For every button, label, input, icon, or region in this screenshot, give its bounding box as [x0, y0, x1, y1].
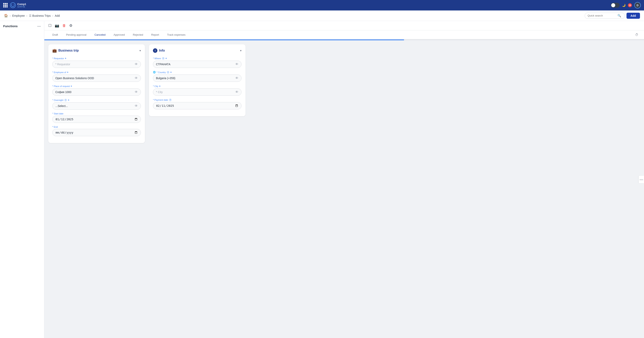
- business-trip-card: 💼 Business trip ▾ * Requestor +: [48, 44, 145, 143]
- breadcrumb-add: Add: [55, 14, 60, 17]
- where-add-button[interactable]: +: [166, 57, 167, 60]
- overnight-input[interactable]: [55, 104, 135, 108]
- city-field: * City + 👁: [153, 85, 242, 96]
- forms-area: 💼 Business trip ▾ * Requestor +: [44, 40, 644, 147]
- home-link[interactable]: 🏠: [4, 14, 8, 18]
- tab-track-expenses[interactable]: Track expenses: [163, 31, 190, 40]
- employee-of-add-button[interactable]: +: [67, 71, 68, 74]
- payment-date-label: * Payment date ?: [153, 99, 242, 101]
- navbar-left: Comp1 13:47:01: [3, 3, 26, 8]
- tab-canceled[interactable]: Canceled: [90, 31, 110, 40]
- end-date-input-wrap[interactable]: [52, 129, 141, 136]
- breadcrumb-business-trips[interactable]: Business Trips: [32, 14, 51, 17]
- content-wrapper: ☐ 📷 🗑 ⚙ Draft Pending approval Canceled …: [44, 21, 644, 338]
- grid-menu-icon[interactable]: [3, 3, 8, 8]
- info-card: i Info ▾ * Where ? +: [149, 44, 246, 116]
- payment-date-help-icon[interactable]: ?: [169, 99, 172, 101]
- sidebar: Functions —: [0, 21, 44, 338]
- business-trip-title: 💼 Business trip: [52, 48, 79, 53]
- navbar: Comp1 13:47:01 🌙 19 D: [0, 0, 644, 11]
- user-avatar[interactable]: D: [634, 2, 641, 9]
- end-date-label: * End: [52, 126, 141, 128]
- briefcase-icon: 💼: [52, 48, 57, 53]
- city-input[interactable]: [156, 91, 235, 94]
- where-input-wrap[interactable]: 👁: [153, 61, 242, 68]
- search-bar: 🔍 Add: [585, 13, 640, 19]
- where-input[interactable]: [156, 63, 235, 66]
- tab-rejected[interactable]: Rejected: [129, 31, 147, 40]
- employee-of-field: * Employee of + 👁: [52, 71, 141, 82]
- requestor-input[interactable]: [55, 63, 135, 66]
- overnight-label: * Overnight ? +: [52, 99, 141, 102]
- payment-date-input[interactable]: [156, 104, 238, 108]
- where-eye-icon[interactable]: 👁: [235, 63, 238, 66]
- start-date-input[interactable]: [55, 117, 138, 121]
- requestor-field: * Requestor + 👁: [52, 57, 141, 68]
- save-icon[interactable]: 📷: [55, 23, 59, 28]
- main-layout: Functions — ☐ 📷 🗑 ⚙ Draft Pending approv…: [0, 21, 644, 338]
- sidebar-title: Functions: [3, 24, 18, 28]
- where-help-icon[interactable]: ?: [162, 57, 164, 60]
- overnight-input-wrap[interactable]: 👁: [52, 102, 141, 110]
- overnight-eye-icon[interactable]: 👁: [135, 104, 138, 108]
- payment-date-input-wrap[interactable]: [153, 102, 242, 109]
- brand-logo: [10, 3, 16, 8]
- requestor-input-wrap[interactable]: 👁: [52, 61, 141, 68]
- place-of-request-eye-icon[interactable]: 👁: [135, 90, 138, 94]
- place-of-request-add-button[interactable]: +: [71, 85, 72, 88]
- requestor-add-button[interactable]: +: [65, 57, 66, 60]
- search-icon: 🔍: [618, 14, 621, 18]
- tab-draft[interactable]: Draft: [48, 31, 62, 40]
- country-input[interactable]: [156, 77, 235, 80]
- theme-toggle[interactable]: [611, 3, 620, 8]
- delete-icon[interactable]: 🗑: [62, 24, 66, 28]
- tab-report[interactable]: Report: [147, 31, 163, 40]
- search-input-wrap[interactable]: 🔍: [585, 13, 625, 19]
- info-collapse-button[interactable]: ▾: [240, 49, 242, 52]
- city-add-button[interactable]: +: [159, 85, 160, 88]
- breadcrumb-sep-2: ›: [26, 14, 27, 17]
- country-help-icon[interactable]: ?: [167, 71, 170, 74]
- place-of-request-input-wrap[interactable]: 👁: [52, 88, 141, 96]
- breadcrumb: 🏠 › Employee › ☰ Business Trips › Add: [4, 14, 60, 18]
- overnight-add-button[interactable]: +: [68, 99, 70, 102]
- start-date-field: * Start date: [52, 112, 141, 123]
- country-add-button[interactable]: +: [170, 71, 172, 74]
- city-input-wrap[interactable]: 👁: [153, 88, 242, 96]
- settings-icon[interactable]: ⚙: [69, 23, 72, 28]
- breadcrumb-employee[interactable]: Employee: [12, 14, 25, 17]
- employee-of-eye-icon[interactable]: 👁: [135, 76, 138, 80]
- new-doc-icon[interactable]: ☐: [48, 23, 52, 28]
- brand: Comp1 13:47:01: [10, 3, 26, 8]
- notification-badge[interactable]: 19: [628, 3, 632, 7]
- info-title: i Info: [153, 48, 165, 53]
- tab-scroll-button[interactable]: ⏱: [634, 32, 640, 38]
- city-label: * City +: [153, 85, 242, 88]
- business-trip-card-header: 💼 Business trip ▾: [52, 48, 141, 53]
- city-eye-icon[interactable]: 👁: [235, 90, 238, 94]
- search-input[interactable]: [588, 14, 616, 17]
- sidebar-collapse-button[interactable]: —: [37, 24, 41, 28]
- right-panel-collapse-button[interactable]: —: [639, 176, 644, 183]
- place-of-request-input[interactable]: [55, 91, 135, 94]
- tab-approved[interactable]: Approved: [110, 31, 129, 40]
- country-field: 🌐 * Country ? + 👁: [153, 71, 242, 82]
- status-tabs: Draft Pending approval Canceled Approved…: [44, 31, 644, 40]
- add-button[interactable]: Add: [626, 13, 640, 19]
- requestor-eye-icon[interactable]: 👁: [135, 63, 138, 66]
- start-date-input-wrap[interactable]: [52, 116, 141, 123]
- where-label: * Where ? +: [153, 57, 242, 60]
- breadcrumb-bar: 🏠 › Employee › ☰ Business Trips › Add 🔍 …: [0, 11, 644, 21]
- employee-of-input-wrap[interactable]: 👁: [52, 75, 141, 82]
- breadcrumb-sep-1: ›: [10, 14, 11, 17]
- country-input-wrap[interactable]: 👁: [153, 75, 242, 82]
- business-trip-collapse-button[interactable]: ▾: [140, 49, 141, 52]
- tab-pending-approval[interactable]: Pending approval: [62, 31, 90, 40]
- country-eye-icon[interactable]: 👁: [235, 76, 238, 80]
- overnight-help-icon[interactable]: ?: [64, 99, 67, 102]
- start-date-label: * Start date: [52, 112, 141, 115]
- place-of-request-field: * Place of request + 👁: [52, 85, 141, 96]
- breadcrumb-business-trips-wrap: ☰ Business Trips: [29, 14, 51, 17]
- end-date-input[interactable]: [55, 131, 138, 134]
- employee-of-input[interactable]: [55, 77, 135, 80]
